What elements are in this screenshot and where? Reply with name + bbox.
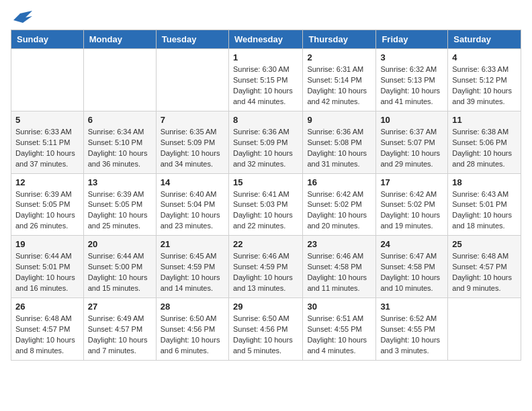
calendar-cell: 7Sunrise: 6:35 AMSunset: 5:09 PMDaylight… bbox=[156, 111, 228, 173]
day-info: Sunrise: 6:42 AMSunset: 5:02 PMDaylight:… bbox=[380, 189, 443, 232]
calendar-cell: 24Sunrise: 6:47 AMSunset: 4:58 PMDayligh… bbox=[376, 236, 448, 298]
day-number: 6 bbox=[88, 115, 152, 125]
calendar-cell: 27Sunrise: 6:49 AMSunset: 4:57 PMDayligh… bbox=[83, 298, 156, 361]
day-number: 29 bbox=[233, 302, 298, 312]
day-number: 4 bbox=[452, 52, 517, 62]
day-info: Sunrise: 6:45 AMSunset: 4:59 PMDaylight:… bbox=[161, 251, 224, 294]
day-number: 23 bbox=[307, 239, 371, 249]
day-info: Sunrise: 6:43 AMSunset: 5:01 PMDaylight:… bbox=[452, 189, 517, 232]
day-number: 15 bbox=[233, 177, 298, 187]
calendar-cell bbox=[11, 49, 84, 111]
calendar-cell: 15Sunrise: 6:41 AMSunset: 5:03 PMDayligh… bbox=[228, 173, 302, 236]
calendar-cell bbox=[83, 49, 156, 111]
day-number: 25 bbox=[452, 239, 517, 249]
calendar-header-sunday: Sunday bbox=[11, 30, 84, 49]
svg-marker-0 bbox=[13, 11, 32, 23]
day-number: 17 bbox=[380, 177, 443, 187]
day-number: 11 bbox=[452, 115, 517, 125]
calendar-week-row: 19Sunrise: 6:44 AMSunset: 5:01 PMDayligh… bbox=[11, 236, 521, 298]
day-info: Sunrise: 6:34 AMSunset: 5:10 PMDaylight:… bbox=[88, 127, 152, 170]
calendar-week-row: 1Sunrise: 6:30 AMSunset: 5:15 PMDaylight… bbox=[11, 49, 521, 111]
calendar-cell: 11Sunrise: 6:38 AMSunset: 5:06 PMDayligh… bbox=[448, 111, 521, 173]
calendar-week-row: 26Sunrise: 6:48 AMSunset: 4:57 PMDayligh… bbox=[11, 298, 521, 361]
day-info: Sunrise: 6:49 AMSunset: 4:57 PMDaylight:… bbox=[88, 314, 152, 357]
calendar-cell: 5Sunrise: 6:33 AMSunset: 5:11 PMDaylight… bbox=[11, 111, 84, 173]
day-info: Sunrise: 6:46 AMSunset: 4:58 PMDaylight:… bbox=[307, 251, 371, 294]
calendar-cell: 30Sunrise: 6:51 AMSunset: 4:55 PMDayligh… bbox=[303, 298, 376, 361]
day-info: Sunrise: 6:36 AMSunset: 5:09 PMDaylight:… bbox=[233, 127, 298, 170]
calendar-cell: 10Sunrise: 6:37 AMSunset: 5:07 PMDayligh… bbox=[376, 111, 448, 173]
day-info: Sunrise: 6:33 AMSunset: 5:12 PMDaylight:… bbox=[452, 64, 517, 107]
day-number: 16 bbox=[307, 177, 371, 187]
day-number: 14 bbox=[161, 177, 224, 187]
day-info: Sunrise: 6:41 AMSunset: 5:03 PMDaylight:… bbox=[233, 189, 298, 232]
day-number: 20 bbox=[88, 239, 152, 249]
day-number: 7 bbox=[161, 115, 224, 125]
logo-bird-icon bbox=[13, 11, 32, 24]
calendar-header-saturday: Saturday bbox=[448, 30, 521, 49]
day-info: Sunrise: 6:39 AMSunset: 5:05 PMDaylight:… bbox=[15, 189, 79, 232]
day-number: 21 bbox=[161, 239, 224, 249]
calendar-cell: 22Sunrise: 6:46 AMSunset: 4:59 PMDayligh… bbox=[228, 236, 302, 298]
calendar-cell: 16Sunrise: 6:42 AMSunset: 5:02 PMDayligh… bbox=[303, 173, 376, 236]
day-info: Sunrise: 6:38 AMSunset: 5:06 PMDaylight:… bbox=[452, 127, 517, 170]
day-info: Sunrise: 6:33 AMSunset: 5:11 PMDaylight:… bbox=[15, 127, 79, 170]
day-number: 28 bbox=[161, 302, 224, 312]
day-info: Sunrise: 6:48 AMSunset: 4:57 PMDaylight:… bbox=[15, 314, 79, 357]
day-info: Sunrise: 6:51 AMSunset: 4:55 PMDaylight:… bbox=[307, 314, 371, 357]
day-number: 26 bbox=[15, 302, 79, 312]
calendar-cell: 19Sunrise: 6:44 AMSunset: 5:01 PMDayligh… bbox=[11, 236, 84, 298]
calendar-header-row: SundayMondayTuesdayWednesdayThursdayFrid… bbox=[11, 30, 521, 49]
calendar-cell: 12Sunrise: 6:39 AMSunset: 5:05 PMDayligh… bbox=[11, 173, 84, 236]
calendar-cell: 23Sunrise: 6:46 AMSunset: 4:58 PMDayligh… bbox=[303, 236, 376, 298]
calendar-cell: 17Sunrise: 6:42 AMSunset: 5:02 PMDayligh… bbox=[376, 173, 448, 236]
day-info: Sunrise: 6:50 AMSunset: 4:56 PMDaylight:… bbox=[161, 314, 224, 357]
calendar-cell: 9Sunrise: 6:36 AMSunset: 5:08 PMDaylight… bbox=[303, 111, 376, 173]
day-info: Sunrise: 6:36 AMSunset: 5:08 PMDaylight:… bbox=[307, 127, 371, 170]
calendar-cell: 21Sunrise: 6:45 AMSunset: 4:59 PMDayligh… bbox=[156, 236, 228, 298]
calendar-cell: 14Sunrise: 6:40 AMSunset: 5:04 PMDayligh… bbox=[156, 173, 228, 236]
calendar-cell bbox=[448, 298, 521, 361]
day-info: Sunrise: 6:31 AMSunset: 5:14 PMDaylight:… bbox=[307, 64, 371, 107]
day-info: Sunrise: 6:44 AMSunset: 5:01 PMDaylight:… bbox=[15, 251, 79, 294]
day-info: Sunrise: 6:52 AMSunset: 4:55 PMDaylight:… bbox=[380, 314, 443, 357]
day-info: Sunrise: 6:37 AMSunset: 5:07 PMDaylight:… bbox=[380, 127, 443, 170]
day-info: Sunrise: 6:48 AMSunset: 4:57 PMDaylight:… bbox=[452, 251, 517, 294]
day-info: Sunrise: 6:40 AMSunset: 5:04 PMDaylight:… bbox=[161, 189, 224, 232]
calendar-header-friday: Friday bbox=[376, 30, 448, 49]
calendar-header-tuesday: Tuesday bbox=[156, 30, 228, 49]
calendar-header-wednesday: Wednesday bbox=[228, 30, 302, 49]
day-info: Sunrise: 6:32 AMSunset: 5:13 PMDaylight:… bbox=[380, 64, 443, 107]
calendar-week-row: 5Sunrise: 6:33 AMSunset: 5:11 PMDaylight… bbox=[11, 111, 521, 173]
day-number: 13 bbox=[88, 177, 152, 187]
day-info: Sunrise: 6:44 AMSunset: 5:00 PMDaylight:… bbox=[88, 251, 152, 294]
calendar-cell: 13Sunrise: 6:39 AMSunset: 5:05 PMDayligh… bbox=[83, 173, 156, 236]
page-header bbox=[11, 11, 521, 24]
calendar-cell: 28Sunrise: 6:50 AMSunset: 4:56 PMDayligh… bbox=[156, 298, 228, 361]
calendar-cell: 25Sunrise: 6:48 AMSunset: 4:57 PMDayligh… bbox=[448, 236, 521, 298]
day-number: 2 bbox=[307, 52, 371, 62]
calendar-header-monday: Monday bbox=[83, 30, 156, 49]
calendar-cell: 1Sunrise: 6:30 AMSunset: 5:15 PMDaylight… bbox=[228, 49, 302, 111]
calendar-cell: 2Sunrise: 6:31 AMSunset: 5:14 PMDaylight… bbox=[303, 49, 376, 111]
logo bbox=[11, 11, 32, 24]
day-info: Sunrise: 6:42 AMSunset: 5:02 PMDaylight:… bbox=[307, 189, 371, 232]
calendar-cell: 18Sunrise: 6:43 AMSunset: 5:01 PMDayligh… bbox=[448, 173, 521, 236]
day-number: 30 bbox=[307, 302, 371, 312]
calendar-cell: 4Sunrise: 6:33 AMSunset: 5:12 PMDaylight… bbox=[448, 49, 521, 111]
day-info: Sunrise: 6:50 AMSunset: 4:56 PMDaylight:… bbox=[233, 314, 298, 357]
day-info: Sunrise: 6:39 AMSunset: 5:05 PMDaylight:… bbox=[88, 189, 152, 232]
day-number: 24 bbox=[380, 239, 443, 249]
calendar-cell: 20Sunrise: 6:44 AMSunset: 5:00 PMDayligh… bbox=[83, 236, 156, 298]
day-number: 12 bbox=[15, 177, 79, 187]
day-info: Sunrise: 6:47 AMSunset: 4:58 PMDaylight:… bbox=[380, 251, 443, 294]
calendar-week-row: 12Sunrise: 6:39 AMSunset: 5:05 PMDayligh… bbox=[11, 173, 521, 236]
day-number: 8 bbox=[233, 115, 298, 125]
calendar-cell: 31Sunrise: 6:52 AMSunset: 4:55 PMDayligh… bbox=[376, 298, 448, 361]
day-number: 3 bbox=[380, 52, 443, 62]
day-info: Sunrise: 6:30 AMSunset: 5:15 PMDaylight:… bbox=[233, 64, 298, 107]
day-number: 27 bbox=[88, 302, 152, 312]
day-number: 1 bbox=[233, 52, 298, 62]
calendar-table: SundayMondayTuesdayWednesdayThursdayFrid… bbox=[11, 30, 521, 361]
day-info: Sunrise: 6:46 AMSunset: 4:59 PMDaylight:… bbox=[233, 251, 298, 294]
